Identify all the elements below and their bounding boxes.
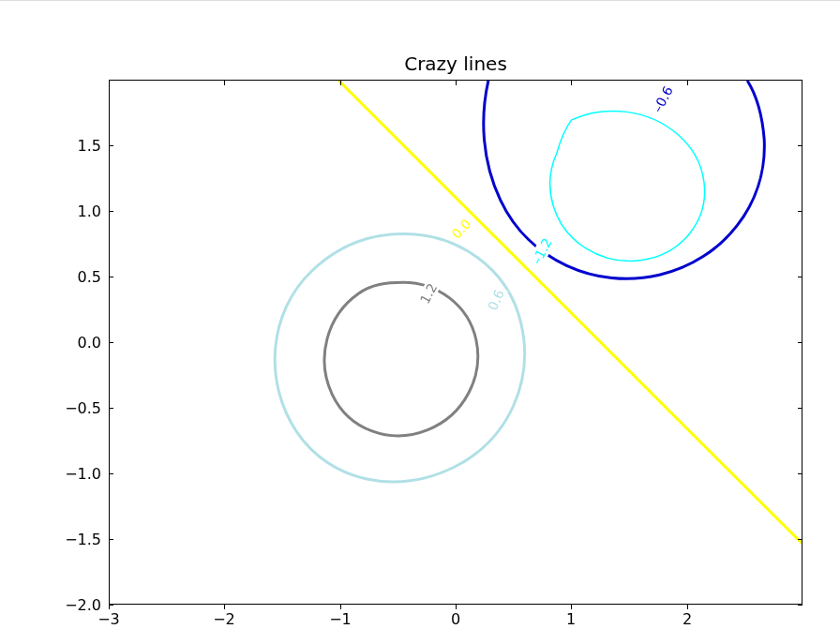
x-tick-label: 2 (682, 610, 692, 628)
y-tick-label: 0.0 (45, 334, 101, 352)
tick-mark (687, 81, 688, 85)
tick-mark (109, 539, 113, 540)
tick-mark (340, 605, 341, 609)
x-tick-label: 0 (451, 610, 460, 628)
tick-mark (109, 145, 113, 146)
tick-mark (340, 81, 341, 85)
tick-mark (798, 145, 802, 146)
tick-mark (109, 277, 113, 277)
tick-mark (456, 605, 457, 609)
x-tick-label: −2 (213, 610, 235, 628)
y-tick-label: −1.0 (45, 465, 101, 483)
contour-plot (110, 81, 802, 604)
tick-mark (109, 605, 113, 606)
tick-mark (109, 408, 113, 409)
tick-mark (571, 605, 572, 609)
contour-0.0 (338, 81, 802, 543)
y-tick-label: −0.5 (45, 399, 101, 417)
tick-mark (571, 81, 572, 85)
contour-0.6 (275, 233, 524, 482)
y-tick-label: 1.5 (45, 137, 101, 155)
y-tick-label: −1.5 (45, 531, 101, 548)
contour-neg-0.6 (484, 81, 765, 278)
tick-mark (798, 277, 802, 277)
chart-title: Crazy lines (109, 52, 802, 75)
tick-mark (798, 342, 802, 343)
tick-mark (456, 81, 457, 85)
contour-1.2 (324, 282, 478, 436)
figure: Crazy lines 0.0 0.6 1.2 –1.2 –0.6 −3 −2 … (0, 0, 840, 644)
tick-mark (798, 605, 802, 606)
tick-mark (798, 211, 802, 212)
y-tick-label: −2.0 (45, 596, 101, 614)
tick-mark (798, 539, 802, 540)
tick-mark (687, 605, 688, 609)
x-tick-label: −1 (329, 610, 352, 628)
tick-mark (109, 473, 113, 474)
tick-mark (224, 81, 225, 85)
tick-mark (109, 211, 113, 212)
tick-mark (798, 473, 802, 474)
y-tick-label: 0.5 (45, 268, 101, 286)
tick-mark (224, 605, 225, 609)
tick-mark (798, 408, 802, 409)
axes-area: 0.0 0.6 1.2 –1.2 –0.6 (109, 80, 802, 605)
tick-mark (109, 81, 110, 85)
tick-mark (109, 342, 113, 343)
contour-neg-1.2 (550, 112, 705, 262)
y-tick-label: 1.0 (45, 202, 101, 220)
x-tick-label: 1 (566, 610, 576, 628)
